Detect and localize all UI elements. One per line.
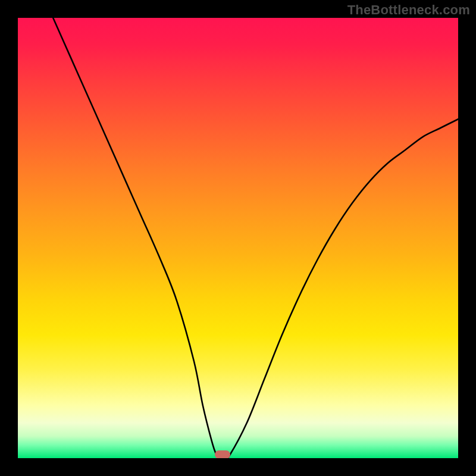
bottleneck-curve-path <box>53 18 458 458</box>
plot-area <box>18 18 458 458</box>
optimal-marker <box>215 450 230 458</box>
watermark-text: TheBottleneck.com <box>347 2 470 18</box>
curve-svg <box>18 18 458 458</box>
chart-frame: TheBottleneck.com <box>0 0 476 476</box>
